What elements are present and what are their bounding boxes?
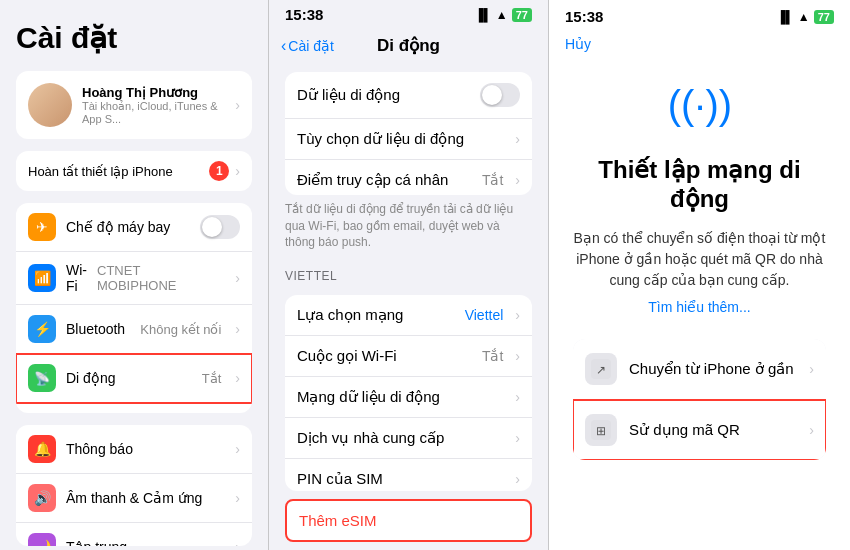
svg-text:↗: ↗ — [596, 363, 606, 377]
settings-item-wifi[interactable]: 📶 Wi-Fi CTNET MOBIPHONE › — [16, 252, 252, 305]
back-button[interactable]: ‹ Cài đặt — [281, 37, 334, 55]
list-item-options[interactable]: Tùy chọn dữ liệu di động › — [285, 119, 532, 160]
status-time: 15:38 — [285, 6, 323, 23]
options-label: Tùy chọn dữ liệu di động — [297, 130, 507, 148]
learn-more-link[interactable]: Tìm hiểu thêm... — [648, 299, 750, 315]
battery-icon: 77 — [512, 8, 532, 22]
list-item-data[interactable]: Dữ liệu di động — [285, 72, 532, 119]
qr-label: Sử dụng mã QR — [629, 421, 797, 439]
notification-icon: 🔔 — [28, 435, 56, 463]
nav-bar: ‹ Cài đặt Di động — [269, 23, 548, 64]
mobile-value: Tắt — [202, 371, 222, 386]
chevron-icon: › — [515, 172, 520, 188]
wifi-status-icon: ▲ — [496, 8, 508, 22]
wifi-icon: 📶 — [28, 264, 56, 292]
profile-card[interactable]: Hoàng Thị Phương Tài khoản, iCloud, iTun… — [16, 71, 252, 139]
status-time-p3: 15:38 — [565, 8, 603, 25]
chevron-icon: › — [235, 441, 240, 457]
wifi-icon-p3: ▲ — [798, 10, 810, 24]
chevron-icon: › — [515, 430, 520, 446]
settings-item-airplane[interactable]: ✈ Chế độ máy bay — [16, 203, 252, 252]
sound-label: Âm thanh & Cảm ứng — [66, 490, 225, 506]
panel-mobile: 15:38 ▐▌ ▲ 77 ‹ Cài đặt Di động Dữ liệu … — [268, 0, 548, 550]
transfer-icon: ↗ — [585, 353, 617, 385]
network-setup-main: ((·)) Thiết lập mạng di động Bạn có thể … — [549, 59, 850, 550]
chevron-icon: › — [235, 163, 240, 179]
panel-network-setup: 15:38 ▐▌ ▲ 77 Hủy ((·)) Thiết lập mạng d… — [548, 0, 850, 550]
list-item-mobiledata[interactable]: Mạng dữ liệu di động › — [285, 377, 532, 418]
network-heading: Thiết lập mạng di động — [573, 156, 826, 214]
nav-title: Di động — [377, 35, 440, 56]
chevron-icon: › — [515, 389, 520, 405]
network-label: Lựa chọn mạng — [297, 306, 457, 324]
battery-icon-p3: 77 — [814, 10, 834, 24]
list-item-hotspot[interactable]: Điểm truy cập cá nhân Tắt › — [285, 160, 532, 195]
settings-group-1: ✈ Chế độ máy bay 📶 Wi-Fi CTNET MOBIPHONE… — [16, 203, 252, 413]
notification-label: Thông báo — [66, 441, 225, 457]
list-item-pin[interactable]: PIN của SIM › — [285, 459, 532, 491]
svg-text:⊞: ⊞ — [596, 424, 606, 438]
network-description: Bạn có thể chuyển số điện thoại từ một i… — [573, 228, 826, 291]
network-value: Viettel — [465, 307, 504, 323]
reset-label: Hoàn tất thiết lập iPhone — [28, 164, 173, 179]
profile-name: Hoàng Thị Phương — [82, 85, 225, 100]
chevron-icon: › — [235, 321, 240, 337]
qr-icon: ⊞ — [585, 414, 617, 446]
hotspot-label: Điểm truy cập cá nhân — [297, 171, 474, 189]
chevron-icon: › — [515, 131, 520, 147]
settings-title: Cài đặt — [16, 20, 252, 55]
viettel-section: Lựa chọn mạng Viettel › Cuộc gọi Wi-Fi T… — [285, 295, 532, 491]
data-toggle[interactable] — [480, 83, 520, 107]
avatar — [28, 83, 72, 127]
focus-icon: 🌙 — [28, 533, 56, 546]
chevron-icon: › — [235, 539, 240, 546]
wificall-value: Tắt — [482, 348, 503, 364]
settings-item-hotspot[interactable]: 🔗 Điểm truy cập cá nhân Tắt › — [16, 403, 252, 413]
list-item-provider[interactable]: Dịch vụ nhà cung cấp › — [285, 418, 532, 459]
status-bar: 15:38 ▐▌ ▲ 77 — [269, 0, 548, 23]
focus-label: Tập trung — [66, 539, 225, 546]
transfer-option[interactable]: ↗ Chuyển từ iPhone ở gần › — [573, 339, 826, 400]
wificall-label: Cuộc gọi Wi-Fi — [297, 347, 474, 365]
reset-card[interactable]: Hoàn tất thiết lập iPhone 1 › — [16, 151, 252, 191]
airplane-icon: ✈ — [28, 213, 56, 241]
sound-icon: 🔊 — [28, 484, 56, 512]
svg-text:((·)): ((·)) — [670, 83, 730, 127]
mobile-top-section: Dữ liệu di động Tùy chọn dữ liệu di động… — [285, 72, 532, 195]
transfer-label: Chuyển từ iPhone ở gần — [629, 360, 797, 378]
wifi-label: Wi-Fi — [66, 262, 87, 294]
qr-option[interactable]: ⊞ Sử dụng mã QR › — [573, 400, 826, 460]
settings-item-focus[interactable]: 🌙 Tập trung › — [16, 523, 252, 546]
chevron-icon: › — [515, 348, 520, 364]
settings-item-mobile[interactable]: 📡 Di động Tắt › — [16, 354, 252, 403]
list-item-network[interactable]: Lựa chọn mạng Viettel › — [285, 295, 532, 336]
profile-info: Hoàng Thị Phương Tài khoản, iCloud, iTun… — [82, 85, 225, 125]
esim-link[interactable]: Thêm eSIM — [285, 499, 532, 542]
signal-icon: ▐▌ — [475, 8, 492, 22]
chevron-icon: › — [515, 307, 520, 323]
chevron-icon: › — [235, 97, 240, 113]
status-icons: ▐▌ ▲ 77 — [475, 8, 532, 22]
chevron-icon: › — [515, 471, 520, 487]
settings-item-bluetooth[interactable]: ⚡ Bluetooth Không kết nối › — [16, 305, 252, 354]
airplane-toggle[interactable] — [200, 215, 240, 239]
wifi-value: CTNET MOBIPHONE — [97, 263, 221, 293]
chevron-icon: › — [809, 422, 814, 438]
viettel-label: VIETTEL — [285, 269, 532, 283]
cancel-button[interactable]: Hủy — [565, 36, 591, 52]
hotspot-value: Tắt — [482, 172, 503, 188]
settings-group-2: 🔔 Thông báo › 🔊 Âm thanh & Cảm ứng › 🌙 T… — [16, 425, 252, 546]
bluetooth-label: Bluetooth — [66, 321, 130, 337]
status-bar-p3: 15:38 ▐▌ ▲ 77 — [549, 0, 850, 29]
profile-sub: Tài khoản, iCloud, iTunes & App S... — [82, 100, 225, 125]
network-wifi-icon: ((·)) — [670, 79, 730, 140]
settings-item-sound[interactable]: 🔊 Âm thanh & Cảm ứng › — [16, 474, 252, 523]
chevron-icon: › — [235, 490, 240, 506]
reset-badge: 1 — [209, 161, 229, 181]
pin-label: PIN của SIM — [297, 470, 507, 488]
panel-settings: Cài đặt Hoàng Thị Phương Tài khoản, iClo… — [0, 0, 268, 550]
list-item-wificall[interactable]: Cuộc gọi Wi-Fi Tắt › — [285, 336, 532, 377]
signal-icon-p3: ▐▌ — [777, 10, 794, 24]
bluetooth-icon: ⚡ — [28, 315, 56, 343]
settings-item-notification[interactable]: 🔔 Thông báo › — [16, 425, 252, 474]
